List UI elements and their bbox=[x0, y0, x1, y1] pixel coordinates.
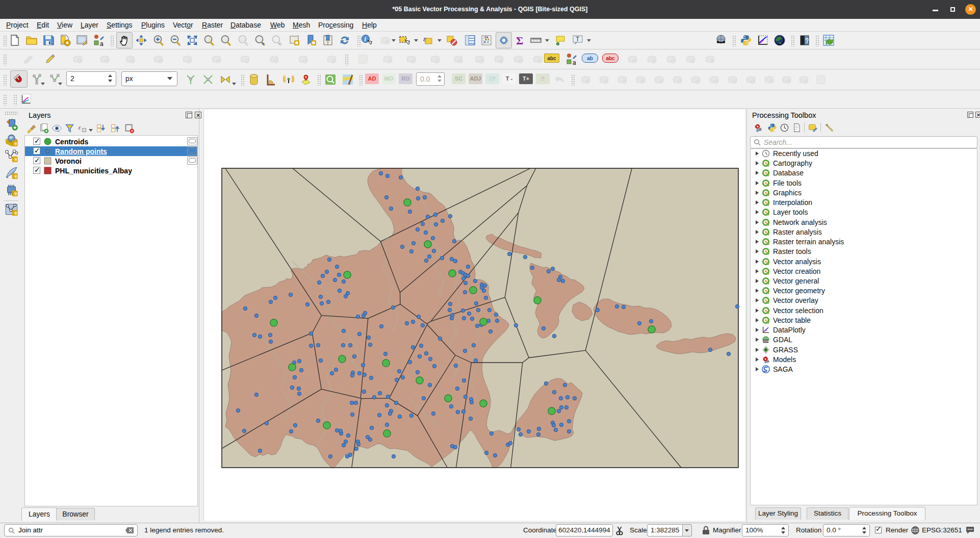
svg-text:a: a bbox=[100, 40, 104, 46]
svg-text:ε: ε bbox=[79, 124, 81, 131]
svg-text:Σ: Σ bbox=[516, 34, 523, 46]
svg-text:✳: ✳ bbox=[13, 157, 18, 163]
svg-text:✳: ✳ bbox=[13, 141, 18, 147]
svg-text:✳: ✳ bbox=[13, 210, 18, 216]
svg-text:✳: ✳ bbox=[13, 191, 18, 197]
svg-text:T: T bbox=[576, 36, 580, 43]
svg-text:GDAL: GDAL bbox=[764, 341, 770, 343]
svg-text:✳: ✳ bbox=[13, 173, 18, 180]
svg-text:ε: ε bbox=[423, 35, 426, 43]
svg-text:a: a bbox=[573, 59, 576, 65]
svg-text:1:1: 1:1 bbox=[241, 38, 246, 41]
